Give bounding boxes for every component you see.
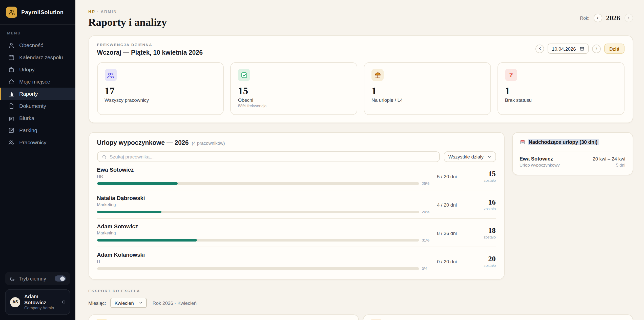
vacation-row: Adam Kolanowski IT 0% 0 / 20 dni 20 zost… [97, 247, 496, 275]
attendance-heading-block: FREKWENCJA DZIENNA Wczoraj — Piątek, 10 … [97, 43, 203, 56]
dark-mode-toggle[interactable] [54, 275, 66, 282]
export-period-text: Rok 2026 · Kwiecień [153, 300, 197, 306]
remaining-number: 20 [472, 255, 496, 263]
next-day-button[interactable]: › [592, 44, 601, 53]
vacations-controls: Wszystkie działy [97, 151, 496, 162]
user-card[interactable]: AS Adam Sotowicz Company Admin [5, 289, 70, 315]
sidebar-item-label: Moje miejsce [19, 78, 50, 85]
upcoming-days: 5 dni [593, 163, 625, 168]
vacations-subtitle: (4 pracowników) [192, 141, 225, 146]
sidebar-nav: Obecność Kalendarz zespołu Urlopy Moje m… [0, 39, 75, 148]
upcoming-title: Nadchodzące urlopy (30 dni) [528, 139, 598, 145]
export-card-urlopy-per-pracownik[interactable]: Urlopy per pracownik Ile dni każdego typ… [88, 314, 359, 320]
sidebar-item-biurka[interactable]: Biurka [0, 112, 75, 124]
department-filter[interactable]: Wszystkie działy [444, 151, 496, 162]
desk-icon [8, 115, 15, 121]
progress-bar [97, 183, 419, 185]
user-info: Adam Sotowicz Company Admin [24, 294, 55, 310]
user-role: Company Admin [24, 306, 55, 310]
vacations-title: Urlopy wypoczynkowe — 2026 [97, 139, 189, 146]
days-used: 8 / 26 dni [437, 230, 466, 236]
chevron-right-icon: › [628, 15, 629, 21]
progress-bar [97, 239, 419, 242]
daily-attendance-card: FREKWENCJA DZIENNA Wczoraj — Piątek, 10 … [88, 35, 633, 123]
remaining-label: zostało [472, 207, 496, 211]
vacations-card: Urlopy wypoczynkowe — 2026 (4 pracownikó… [88, 132, 504, 279]
progress-fill [97, 183, 177, 185]
sidebar-item-dokumenty[interactable]: Dokumenty [0, 100, 75, 112]
stat-label: Na urlopie / L4 [371, 97, 483, 103]
search-input[interactable] [110, 154, 435, 159]
stat-card-on-leave: 1 Na urlopie / L4 [364, 62, 491, 115]
sidebar-item-kalendarz-zespolu[interactable]: Kalendarz zespołu [0, 51, 75, 63]
chevron-left-icon: ‹ [597, 15, 598, 21]
sidebar-item-label: Parking [19, 127, 37, 133]
remaining-number: 15 [472, 170, 496, 178]
document-icon [8, 103, 15, 109]
upcoming-entry-right: 20 kwi – 24 kwi 5 dni [593, 156, 625, 168]
page-header: HR · ADMIN Raporty i analizy Rok: ‹ 2026… [88, 10, 633, 29]
month-label: Miesiąc: [88, 300, 106, 306]
employee-dept: HR [97, 174, 431, 179]
team-calendar-icon [8, 54, 15, 61]
upcoming-name: Ewa Sotowicz [520, 156, 560, 162]
employee-dept: Marketing [97, 230, 431, 235]
attendance-icon [8, 42, 15, 48]
employee-main: Adam Kolanowski IT 0% [97, 252, 431, 271]
prev-day-button[interactable]: ‹ [536, 44, 544, 53]
sidebar: PayrollSolution MENU Obecność Kalendarz … [0, 0, 75, 320]
year-label: Rok: [580, 15, 589, 21]
sidebar-item-label: Kalendarz zespołu [19, 54, 63, 60]
date-input[interactable]: 10.04.2026 [548, 44, 589, 54]
vacation-icon [8, 66, 15, 73]
next-year-button[interactable]: › [624, 14, 633, 22]
days-remaining: 18 zostało [472, 227, 496, 239]
sidebar-item-label: Dokumenty [19, 103, 46, 109]
stat-card-no-status: ? 1 Brak statusu [497, 62, 625, 115]
date-value: 10.04.2026 [552, 46, 576, 51]
sidebar-item-pracownicy[interactable]: Pracownicy [0, 136, 75, 148]
sidebar-item-urlopy[interactable]: Urlopy [0, 63, 75, 75]
vacations-header: Urlopy wypoczynkowe — 2026 (4 pracownikó… [97, 139, 496, 146]
days-remaining: 20 zostało [472, 255, 496, 268]
usage-percent: 31% [422, 238, 431, 243]
days-used: 0 / 20 dni [437, 258, 466, 264]
chevron-left-icon: ‹ [539, 46, 541, 51]
sidebar-bottom: Tryb ciemny AS Adam Sotowicz Company Adm… [0, 267, 75, 320]
usage-bar-line: 25% [97, 181, 431, 186]
sidebar-item-obecnosc[interactable]: Obecność [0, 39, 75, 51]
export-section-label: EKSPORT DO EXCELA [88, 289, 633, 293]
remaining-label: zostało [472, 235, 496, 239]
today-button[interactable]: Dziś [604, 44, 624, 54]
usage-bar-line: 0% [97, 266, 431, 271]
attendance-section-label: FREKWENCJA DZIENNA [97, 43, 203, 47]
sidebar-item-parking[interactable]: Parking [0, 124, 75, 136]
month-select[interactable]: Kwiecień [111, 298, 147, 308]
employee-name: Adam Sotowicz [97, 223, 431, 229]
export-controls: Miesiąc: Kwiecień Rok 2026 · Kwiecień [88, 298, 633, 308]
upcoming-range: 20 kwi – 24 kwi [593, 156, 625, 162]
days-remaining: 16 zostało [472, 198, 496, 211]
sidebar-item-moje-miejsce[interactable]: Moje miejsce [0, 75, 75, 88]
search-icon [101, 154, 107, 159]
sidebar-item-raporty[interactable]: Raporty [0, 88, 75, 100]
progress-bar [97, 268, 419, 270]
toggle-knob [60, 276, 65, 281]
employee-main: Natalia Dąbrowski Marketing 20% [97, 195, 431, 214]
days-remaining: 15 zostało [472, 170, 496, 183]
employees-icon [105, 69, 117, 81]
remaining-label: zostało [472, 263, 496, 268]
prev-year-button[interactable]: ‹ [593, 14, 602, 22]
employee-dept: Marketing [97, 202, 431, 207]
logout-icon[interactable] [59, 299, 65, 305]
app: PayrollSolution MENU Obecność Kalendarz … [0, 0, 644, 320]
employee-main: Ewa Sotowicz HR 25% [97, 167, 431, 186]
progress-bar [97, 211, 419, 213]
sidebar-item-label: Biurka [19, 115, 34, 121]
vacations-section: Urlopy wypoczynkowe — 2026 (4 pracownikó… [88, 132, 633, 279]
employee-search[interactable] [97, 151, 440, 162]
question-mark-icon: ? [505, 69, 517, 81]
money-bag-icon [95, 319, 108, 320]
export-card-karta-pracy[interactable]: Karta pracy Wejścia/wyjścia — Kwiecień 2… [363, 314, 633, 320]
calendar-emoji-icon [520, 139, 525, 145]
